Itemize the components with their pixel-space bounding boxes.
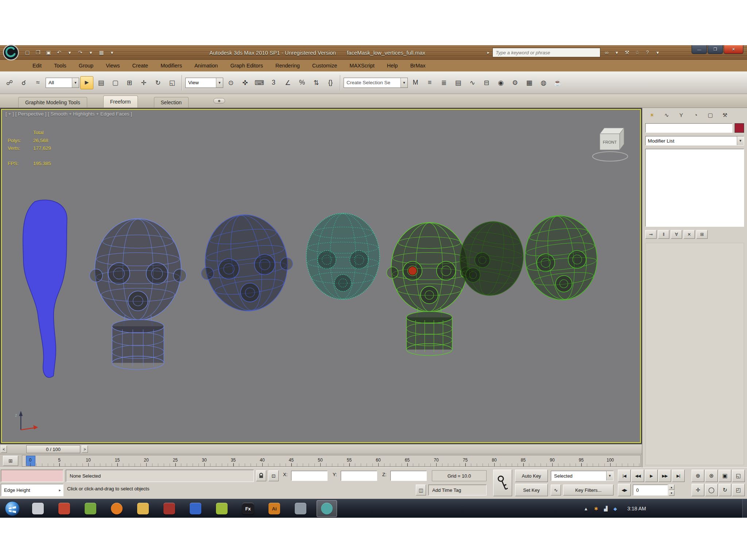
open-file-icon[interactable]: ❒ <box>33 48 43 57</box>
unlink-selection-icon[interactable]: ☌ <box>17 76 30 89</box>
time-slider-right-arrow[interactable]: > <box>82 446 88 453</box>
perspective-viewport[interactable]: FRONT z [ + ] [ Perspective ] [ Smooth +… <box>1 109 641 443</box>
key-filter-selected-dropdown[interactable]: Selected ▼ <box>551 471 614 481</box>
gas-mask-blue-front[interactable] <box>90 219 186 370</box>
menu-modifiers[interactable]: Modifiers <box>154 63 188 69</box>
render-environment-icon[interactable]: ◍ <box>537 76 550 89</box>
reference-coordinate-dropdown[interactable]: View ▼ <box>185 78 223 88</box>
favorites-star-icon[interactable]: ☆ <box>632 48 642 57</box>
gas-mask-darkgreen-profile[interactable] <box>454 217 528 300</box>
taskbar-app-window[interactable] <box>32 503 44 514</box>
ribbon-minimize-toggle[interactable] <box>213 98 225 104</box>
show-desktop-button[interactable] <box>742 499 747 518</box>
current-frame-field[interactable]: 0 <box>633 485 668 495</box>
select-and-link-icon[interactable]: ☍ <box>3 76 16 89</box>
taskbar-app-lime[interactable] <box>216 503 228 514</box>
viewport-label[interactable]: [ + ] [ Perspective ] [ Smooth + Highlig… <box>5 111 132 117</box>
maximize-viewport-icon[interactable]: ◰ <box>732 484 745 496</box>
zoom-all-icon[interactable]: ⊛ <box>705 470 718 482</box>
tab-display[interactable]: ▢ <box>704 110 717 120</box>
tab-modify[interactable]: ∿ <box>660 110 673 120</box>
select-object-icon[interactable]: ► <box>80 76 93 89</box>
chevron-down-icon[interactable]: ▼ <box>72 78 79 88</box>
tab-hierarchy[interactable]: Y <box>674 110 688 120</box>
subscription-center-icon[interactable]: ⚒ <box>622 48 632 57</box>
menu-create[interactable]: Create <box>126 63 155 69</box>
rectangular-selection-icon[interactable]: ▢ <box>109 76 122 89</box>
qat-dropdown-caret[interactable]: ▾ <box>107 48 117 57</box>
align-icon[interactable]: ≡ <box>423 76 436 89</box>
modifier-stack-list[interactable] <box>645 149 744 227</box>
3dsmax-application-menu-logo[interactable] <box>3 44 19 61</box>
edit-named-selections-icon[interactable]: {} <box>324 76 337 89</box>
taskbar-app-browser[interactable] <box>111 503 123 514</box>
tab-freeform[interactable]: Freeform <box>103 96 138 108</box>
redo-icon[interactable]: ↷ <box>76 48 85 57</box>
tab-graphite-modeling-tools[interactable]: Graphite Modeling Tools <box>18 97 87 108</box>
bind-to-spacewarp-icon[interactable]: ≈ <box>31 76 44 89</box>
tray-messenger-icon[interactable]: ◆ <box>614 506 617 512</box>
menu-animation[interactable]: Animation <box>188 63 224 69</box>
tray-show-hidden-icon[interactable]: ▲ <box>584 506 588 512</box>
pin-stack-button[interactable]: ⊸ <box>645 230 657 239</box>
select-and-scale-icon[interactable]: ◱ <box>166 76 179 89</box>
gas-mask-cyan-pointcloud[interactable] <box>306 213 380 299</box>
go-to-start-button[interactable]: |◀ <box>618 470 631 482</box>
material-editor-icon[interactable]: ◉ <box>494 76 507 89</box>
auto-key-button[interactable]: Auto Key <box>515 470 548 482</box>
project-manage-icon[interactable]: ▦ <box>97 48 106 57</box>
taskbar-app-red[interactable] <box>163 503 175 514</box>
menu-tools[interactable]: Tools <box>48 63 73 69</box>
tab-motion[interactable]: ◔ <box>689 110 703 120</box>
render-setup-icon[interactable]: ⚙ <box>508 76 522 89</box>
gas-mask-green-front[interactable] <box>387 222 472 355</box>
redo-dropdown-caret[interactable]: ▾ <box>86 48 96 57</box>
gas-mask-green-three-quarter[interactable] <box>521 212 601 304</box>
menu-customize[interactable]: Customize <box>306 63 344 69</box>
mini-listener-scroll-icon[interactable]: ▸ <box>59 488 61 493</box>
add-time-tag-field[interactable]: Add Time Tag <box>428 485 487 495</box>
rendered-frame-icon[interactable]: ▦ <box>523 76 536 89</box>
zoom-icon[interactable]: ⊕ <box>692 470 704 482</box>
y-coordinate-field[interactable] <box>341 471 377 481</box>
gas-mask-blue-three-quarter[interactable] <box>195 210 298 316</box>
menu-graph-editors[interactable]: Graph Editors <box>224 63 269 69</box>
keyboard-override-icon[interactable]: ⌨ <box>253 76 266 89</box>
tray-icon-flower[interactable]: ✱ <box>594 506 598 512</box>
spinner-up-icon[interactable]: ▲ <box>669 485 674 490</box>
spinner-snap-icon[interactable]: ⇅ <box>310 76 323 89</box>
tab-utilities[interactable]: ⚒ <box>718 110 732 120</box>
chevron-down-icon[interactable]: ▼ <box>216 78 223 88</box>
schematic-view-icon[interactable]: ⊟ <box>480 76 493 89</box>
graphite-ribbon-toggle-icon[interactable]: ▤ <box>452 76 465 89</box>
key-mode-toggle[interactable]: ◀▶ <box>618 484 631 496</box>
key-filters-button[interactable]: Key Filters... <box>563 485 614 495</box>
taskbar-app-media[interactable] <box>58 503 70 514</box>
menu-help[interactable]: Help <box>381 63 404 69</box>
set-key-button[interactable]: Set Key <box>515 484 548 496</box>
taskbar-app-green[interactable] <box>85 503 96 514</box>
zoom-region-icon[interactable]: ◱ <box>732 470 745 482</box>
infocenter-caret[interactable]: ▾ <box>653 48 662 57</box>
chevron-down-icon[interactable]: ▼ <box>606 471 613 481</box>
menu-rendering[interactable]: Rendering <box>269 63 306 69</box>
tab-selection[interactable]: Selection <box>154 97 189 108</box>
select-and-manipulate-icon[interactable]: ✜ <box>239 76 252 89</box>
configure-modifier-sets-button[interactable]: ⊞ <box>696 230 708 239</box>
minimize-button[interactable]: — <box>692 45 707 54</box>
x-coordinate-field[interactable] <box>291 471 328 481</box>
mirror-icon[interactable]: M <box>409 76 422 89</box>
taskbar-clock[interactable]: 3:18 AM <box>627 506 646 512</box>
taskbar-app-blue[interactable] <box>190 503 201 514</box>
named-selection-set-combo[interactable]: Create Selection Se ▼ <box>344 78 408 88</box>
curve-editor-icon[interactable]: ∿ <box>466 76 479 89</box>
key-filter-curve-toggle[interactable]: ∿ <box>551 485 561 495</box>
spinner-down-icon[interactable]: ▼ <box>669 490 674 496</box>
select-and-rotate-icon[interactable]: ↻ <box>151 76 165 89</box>
quick-render-icon[interactable]: ☕ <box>551 76 564 89</box>
taskbar-app-fx[interactable]: Fx <box>242 503 254 514</box>
timeline-ruler[interactable]: 0510152025303540455055606570758085909510… <box>22 455 641 467</box>
layer-manager-icon[interactable]: ≣ <box>437 76 450 89</box>
menu-brmax[interactable]: BrMax <box>404 63 432 69</box>
go-to-end-button[interactable]: ▶| <box>672 470 685 482</box>
